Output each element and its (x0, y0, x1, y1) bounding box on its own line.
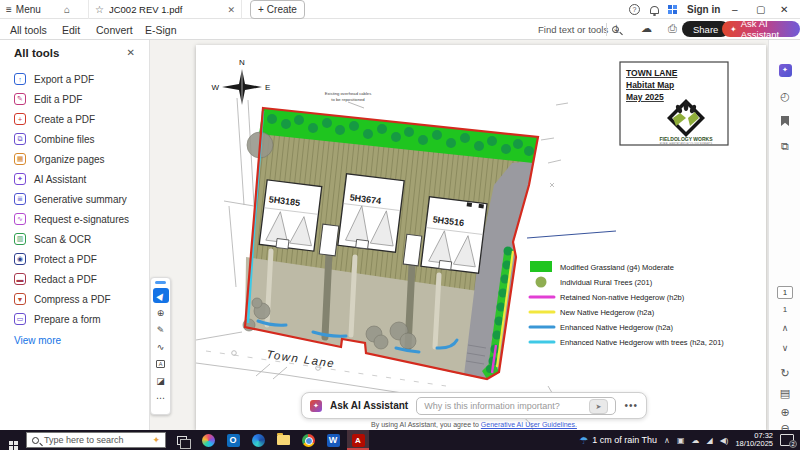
garage-1 (319, 224, 339, 256)
tab-all-tools[interactable]: All tools (10, 19, 47, 40)
taskbar-chrome[interactable] (297, 430, 319, 450)
house-2: 5H3674 (338, 174, 404, 253)
sidebar-item-create-pdf[interactable]: +Create a PDF (14, 112, 95, 126)
close-button[interactable]: ✕ (780, 0, 788, 19)
edge-icon (252, 434, 265, 447)
hamburger-icon: ≡ (6, 4, 12, 15)
draw-tool[interactable]: ✎ (153, 322, 169, 337)
tab-esign[interactable]: E-Sign (145, 19, 177, 40)
sidebar-item-prepare-form[interactable]: ▭Prepare a form (14, 312, 101, 326)
cloud-upload-icon[interactable]: ☁ (641, 22, 652, 35)
more-tools[interactable]: ⋯ (153, 390, 169, 405)
taskbar-outlook[interactable]: O (222, 430, 244, 450)
sidebar-item-ai-assistant[interactable]: ✦AI Assistant (14, 172, 86, 186)
star-icon[interactable]: ☆ (95, 4, 104, 15)
ai-more-options[interactable]: ••• (624, 400, 638, 411)
tray-chevron-icon[interactable]: ∧ (664, 436, 670, 445)
select-tool[interactable]: ▶ (153, 288, 169, 303)
menu-button[interactable]: ≡Menu (6, 0, 41, 19)
svg-text:May 2025: May 2025 (626, 92, 664, 102)
sign-in-button[interactable]: Sign in (687, 0, 720, 19)
sidebar-item-generative-summary[interactable]: ≣Generative summary (14, 192, 127, 206)
taskbar-search[interactable]: Type here to search ✦ (26, 432, 166, 448)
home-button[interactable]: ⌂ (58, 0, 76, 19)
ai-question-input[interactable] (416, 397, 616, 415)
svg-text:New Native Hedgerow (h2a): New Native Hedgerow (h2a) (560, 308, 655, 317)
send-button[interactable]: ➤ (589, 399, 608, 414)
taskbar-clock[interactable]: 07:32 18/10/2025 (735, 432, 773, 448)
export-pdf-icon: ↑ (14, 73, 26, 85)
sidebar-item-combine-files[interactable]: ⧉Combine files (14, 132, 95, 146)
stamp-tool[interactable]: ◪ (153, 373, 169, 388)
text-box-tool[interactable]: A (153, 356, 169, 371)
find-field[interactable]: Find text or tools (538, 22, 619, 37)
taskbar-word[interactable]: W (322, 430, 344, 450)
organize-pages-icon: ▦ (14, 153, 26, 165)
notifications-button[interactable] (650, 0, 659, 19)
cursor-icon: ▶ (154, 290, 166, 301)
ellipsis-icon: ⋯ (156, 393, 165, 403)
sidebar-item-compress-pdf[interactable]: ▼Compress a PDF (14, 292, 111, 306)
tray-volume-icon[interactable]: ◀) (720, 436, 729, 445)
sidebar-item-protect-pdf[interactable]: ◉Protect a PDF (14, 252, 97, 266)
svg-text:N: N (239, 58, 245, 67)
sidebar-item-export-pdf[interactable]: ↑Export a PDF (14, 72, 94, 86)
sidebar-item-scan-ocr[interactable]: ▥Scan & OCR (14, 232, 91, 246)
panel-close-icon[interactable]: ✕ (127, 47, 135, 58)
taskbar-acrobat-active[interactable]: A (347, 430, 369, 450)
drag-handle[interactable] (155, 281, 166, 284)
bookmarks-button[interactable] (769, 116, 800, 128)
svg-text:Existing overhead cables: Existing overhead cables (325, 91, 372, 96)
minimize-button[interactable]: – (732, 0, 738, 19)
tab-edit[interactable]: Edit (62, 19, 80, 40)
tray-display-icon[interactable]: ▣ (677, 436, 685, 445)
lasso-tool[interactable]: ∿ (153, 339, 169, 354)
sidebar-item-request-esignatures[interactable]: ∿Request e-signatures (14, 212, 129, 226)
task-view-button[interactable] (170, 431, 194, 449)
taskbar-edge[interactable] (247, 430, 269, 450)
svg-text:TOWN LANE: TOWN LANE (626, 68, 678, 78)
apps-grid-button[interactable] (668, 0, 677, 19)
quick-tools-toolbar: ▶ ⊕ ✎ ∿ A ◪ ⋯ (150, 277, 171, 415)
svg-text:W: W (211, 83, 219, 92)
zoom-in-button[interactable]: ⊕ (769, 406, 800, 419)
page-view-button[interactable]: ▤ (769, 387, 800, 400)
page-number-input[interactable]: 1 (777, 286, 793, 299)
taskbar-file-explorer[interactable] (272, 430, 294, 450)
recent-button[interactable]: ◴ (769, 90, 800, 103)
ai-assistant-label: Ask AI Assistant (330, 400, 408, 411)
sidebar-item-redact-pdf[interactable]: ▬Redact a PDF (14, 272, 97, 286)
tray-onedrive-icon[interactable]: ☁ (691, 436, 699, 445)
umbrella-icon: ☂ (579, 435, 588, 446)
lasso-icon: ∿ (157, 342, 165, 352)
text-box-icon: A (156, 360, 165, 368)
action-center-button[interactable]: 2 (780, 434, 794, 446)
page-thumbnails-button[interactable]: ⧉ (769, 140, 800, 153)
folder-icon (277, 435, 290, 445)
cables-annotation: Existing overhead cables to be repositio… (325, 91, 372, 108)
taskbar-copilot[interactable] (197, 430, 219, 450)
start-button[interactable] (0, 431, 26, 450)
combine-files-icon: ⧉ (14, 133, 26, 145)
zoom-tool[interactable]: ⊕ (153, 305, 169, 320)
ask-ai-button[interactable]: ✦Ask AI Assistant (722, 21, 800, 37)
view-more-link[interactable]: View more (14, 335, 61, 346)
tray-network-icon[interactable]: ◢ (706, 436, 712, 445)
background-line (527, 231, 616, 238)
sidebar-item-edit-pdf[interactable]: ✎Edit a PDF (14, 92, 82, 106)
rotate-page-button[interactable]: ↻ (769, 367, 800, 380)
print-icon[interactable]: ⎙ (668, 22, 677, 35)
document-tab[interactable]: ☆ JC002 REV 1.pdf ✕ (88, 0, 242, 19)
restore-button[interactable]: ▢ (756, 0, 765, 19)
save-icon[interactable]: ⤓ (614, 22, 619, 35)
tab-convert[interactable]: Convert (96, 19, 133, 40)
previous-page-button[interactable]: ∧ (769, 323, 800, 333)
guidelines-link[interactable]: Generative AI User Guidelines. (481, 421, 577, 428)
tab-close-icon[interactable]: ✕ (227, 5, 235, 15)
create-button[interactable]: +Create (250, 0, 305, 19)
sidebar-item-organize-pages[interactable]: ▦Organize pages (14, 152, 105, 166)
weather-widget[interactable]: ☂1 cm of rain Thu (579, 435, 657, 446)
next-page-button[interactable]: ∨ (769, 343, 800, 353)
ai-spaces-button[interactable]: ✦ (769, 62, 800, 77)
help-button[interactable]: ? (629, 0, 640, 19)
